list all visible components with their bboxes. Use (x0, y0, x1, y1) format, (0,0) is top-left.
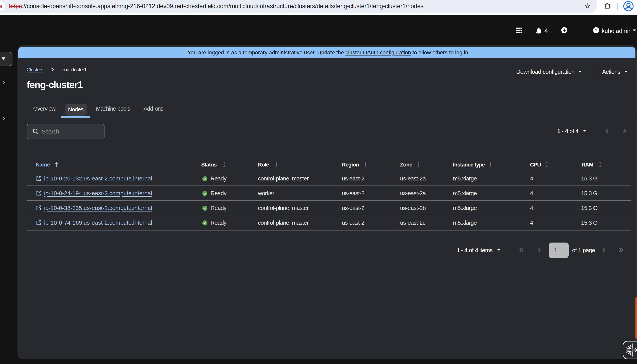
svg-text:?: ? (595, 28, 597, 32)
